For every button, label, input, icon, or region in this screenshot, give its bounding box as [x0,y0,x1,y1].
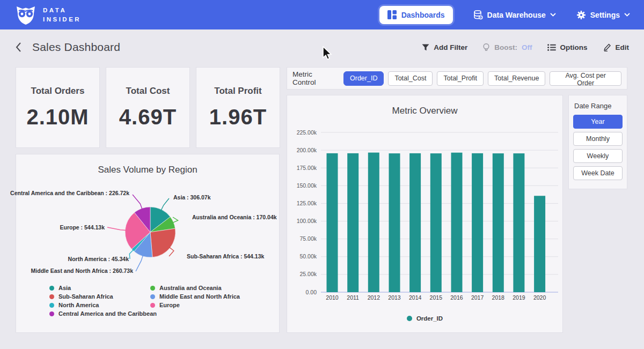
pie-legend-item[interactable]: North America [49,302,99,308]
pie-legend-item[interactable]: Asia [49,285,71,291]
page-title: Sales Dashboard [32,41,120,54]
pie-legend-item[interactable]: Europe [150,302,180,308]
kpi-label: Total Orders [31,86,85,96]
metric-button-total-profit[interactable]: Total_Profit [437,71,484,86]
bar-2013[interactable] [389,153,400,292]
pie-slice-label: Sub-Saharan Africa : 544.13k [187,253,264,259]
metric-button-total-cost[interactable]: Total_Cost [388,71,433,86]
date-range-year-button[interactable]: Year [573,115,623,129]
brand-name: DATA INSIDER [43,6,81,24]
y-tick-label: 225.00k [297,129,317,136]
edit-pencil-icon [603,43,611,51]
metric-button-avg-cost-per-order[interactable]: Avg. Cost per Order [550,71,621,86]
y-tick-label: 125.00k [297,200,317,206]
pie-legend-item[interactable]: Sub-Saharan Africa [49,293,113,300]
pie-legend-item[interactable]: Middle East and North Africa [150,293,240,300]
bar-2017[interactable] [472,153,483,292]
legend-label: Central America and the Caribbean [58,310,157,317]
bar-2018[interactable] [493,153,504,292]
x-tick-label: 2020 [533,294,546,301]
y-tick-label: 50.00k [299,253,317,259]
data-warehouse-menu[interactable]: Data Warehouse [473,10,556,20]
legend-label: North America [58,302,99,308]
pie-legend-item[interactable]: Central America and the Caribbean [49,310,157,317]
header-actions: Add Filter Boost: Off Options [422,43,629,51]
x-tick-label: 2015 [430,294,443,301]
date-range-panel: Date Range Year Monthly Weekly Week Date [569,95,627,189]
options-button[interactable]: Options [547,43,588,51]
back-button[interactable] [15,42,21,53]
pie-slice-label: Australia and Oceania : 170.04k [192,214,277,220]
legend-dot [49,311,54,316]
bar-2012[interactable] [368,153,379,292]
settings-label: Settings [590,11,620,19]
x-tick-label: 2013 [388,294,401,301]
legend-dot [49,294,54,299]
x-tick-label: 2012 [368,294,380,301]
pie-legend-item[interactable]: Australia and Oceania [150,285,222,291]
page-header: Sales Dashboard Add Filter Boost: Off [0,29,644,65]
y-tick-label: 75.00k [299,235,317,242]
legend-label: Sub-Saharan Africa [58,293,113,300]
filter-funnel-icon [422,44,429,51]
navbar-menu: Dashboards Data Warehouse [379,6,630,24]
date-range-weekly-button[interactable]: Weekly [573,149,623,163]
chevron-down-icon [624,13,630,17]
bar-chart-legend[interactable]: Order_ID [287,315,562,322]
kpi-label: Total Profit [214,86,261,96]
bar-2016[interactable] [451,153,463,292]
dashboards-label: Dashboards [401,11,445,19]
top-navbar: DATA INSIDER Dashboards [0,0,644,29]
kpi-value: 1.96T [209,105,267,129]
gear-icon [576,10,586,20]
kpi-card-total-profit: Total Profit 1.96T [196,68,280,147]
bar-2010[interactable] [327,153,338,292]
y-tick-label: 150.00k [297,182,317,189]
edit-button[interactable]: Edit [603,43,630,51]
dashboards-grid-icon [387,10,397,19]
chevron-down-icon [550,13,556,17]
x-tick-label: 2010 [326,294,339,301]
boost-balloon-icon [482,43,490,51]
x-tick-label: 2018 [492,294,505,301]
metric-control-label: Metric Control [292,70,337,86]
pie-slice-label: Middle East and North Africa : 260.73k [31,268,133,274]
pie-connector-line [129,250,133,259]
metric-button-order-id[interactable]: Order_ID [343,71,384,86]
pie-slice-label: Central America and the Caribbean : 226.… [10,190,129,196]
bar-2020[interactable] [534,196,545,292]
pie-connector-line [133,195,142,209]
kpi-value: 2.10M [26,105,89,129]
x-tick-label: 2011 [347,294,359,301]
bar-2015[interactable] [430,153,442,292]
metric-button-total-revenue[interactable]: Total_Revenue [488,71,545,86]
x-tick-label: 2016 [450,294,463,301]
bar-2014[interactable] [409,153,421,292]
chevron-left-icon [15,42,21,53]
pie-connector-line [107,227,126,231]
pie-slice-label: North America : 45.34k [68,256,129,262]
legend-dot [150,294,155,299]
y-tick-label: 0.00 [306,289,317,295]
options-list-icon [547,44,556,51]
kpi-value: 4.69T [119,105,177,129]
legend-dot [49,303,54,308]
legend-dot [407,316,412,321]
add-filter-button[interactable]: Add Filter [422,43,467,51]
date-range-week-date-button[interactable]: Week Date [573,166,623,180]
boost-toggle[interactable]: Boost: Off [482,43,532,51]
pie-connector-line [173,217,178,222]
date-range-monthly-button[interactable]: Monthly [573,132,623,146]
dashboards-button[interactable]: Dashboards [379,6,453,24]
kpi-card-total-orders: Total Orders 2.10M [16,68,99,147]
database-icon [473,10,483,20]
y-tick-label: 200.00k [297,147,317,153]
pie-connector-line [161,198,169,210]
bar-2019[interactable] [513,153,524,292]
pie-slice-label: Europe : 544.13k [60,224,105,231]
pie-connector-line [169,248,174,256]
settings-menu[interactable]: Settings [576,10,630,20]
legend-dot [49,286,54,291]
bar-2011[interactable] [347,153,358,292]
legend-label: Middle East and North Africa [159,293,240,300]
